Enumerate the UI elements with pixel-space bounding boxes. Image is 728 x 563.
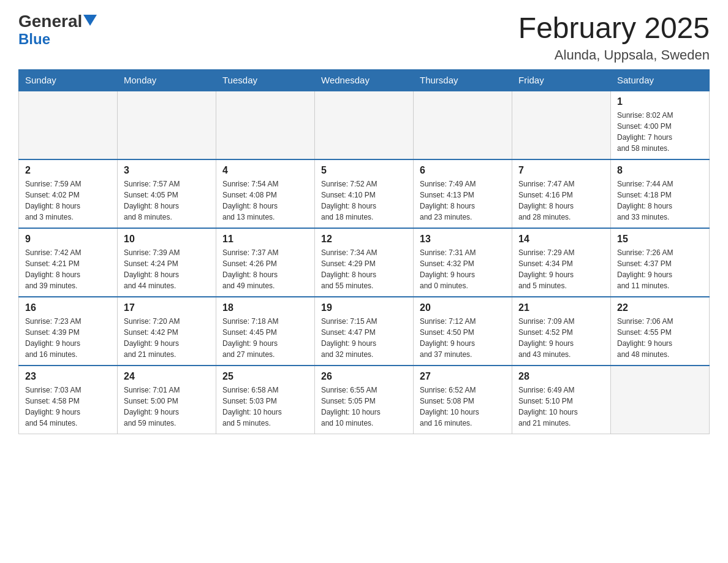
day-info: Sunrise: 7:47 AMSunset: 4:16 PMDaylight:… — [518, 178, 604, 223]
weekday-sunday: Sunday — [19, 69, 118, 91]
day-cell — [118, 91, 216, 159]
day-number: 24 — [124, 371, 210, 382]
day-info: Sunrise: 7:06 AMSunset: 4:55 PMDaylight:… — [617, 316, 703, 360]
day-number: 1 — [617, 96, 703, 107]
day-cell: 15Sunrise: 7:26 AMSunset: 4:37 PMDayligh… — [611, 228, 710, 297]
day-number: 5 — [321, 165, 407, 176]
day-cell: 26Sunrise: 6:55 AMSunset: 5:05 PMDayligh… — [315, 366, 414, 434]
day-number: 28 — [518, 371, 604, 382]
day-info: Sunrise: 7:31 AMSunset: 4:32 PMDaylight:… — [420, 247, 506, 291]
day-number: 20 — [420, 302, 506, 313]
day-cell: 18Sunrise: 7:18 AMSunset: 4:45 PMDayligh… — [216, 297, 315, 366]
day-number: 16 — [25, 302, 111, 313]
day-cell: 27Sunrise: 6:52 AMSunset: 5:08 PMDayligh… — [414, 366, 512, 434]
day-cell — [414, 91, 512, 159]
day-number: 3 — [124, 165, 210, 176]
day-info: Sunrise: 7:12 AMSunset: 4:50 PMDaylight:… — [420, 316, 506, 360]
day-info: Sunrise: 7:59 AMSunset: 4:02 PMDaylight:… — [25, 178, 111, 223]
day-info: Sunrise: 7:18 AMSunset: 4:45 PMDaylight:… — [222, 316, 308, 360]
day-cell: 12Sunrise: 7:34 AMSunset: 4:29 PMDayligh… — [315, 228, 414, 297]
weekday-wednesday: Wednesday — [315, 69, 414, 91]
day-info: Sunrise: 8:02 AMSunset: 4:00 PMDaylight:… — [617, 110, 703, 154]
day-cell: 24Sunrise: 7:01 AMSunset: 5:00 PMDayligh… — [118, 366, 216, 434]
day-number: 17 — [124, 302, 210, 313]
day-info: Sunrise: 7:29 AMSunset: 4:34 PMDaylight:… — [518, 247, 604, 291]
day-number: 2 — [25, 165, 111, 176]
logo-general: General — [18, 12, 82, 31]
day-number: 19 — [321, 302, 407, 313]
page-header: General Blue February 2025 Alunda, Uppsa… — [18, 12, 710, 63]
day-number: 13 — [420, 234, 506, 245]
day-cell: 19Sunrise: 7:15 AMSunset: 4:47 PMDayligh… — [315, 297, 414, 366]
week-row-4: 16Sunrise: 7:23 AMSunset: 4:39 PMDayligh… — [19, 297, 710, 366]
svg-marker-0 — [83, 15, 97, 26]
day-cell: 2Sunrise: 7:59 AMSunset: 4:02 PMDaylight… — [19, 159, 118, 228]
day-info: Sunrise: 6:58 AMSunset: 5:03 PMDaylight:… — [222, 385, 308, 429]
week-row-3: 9Sunrise: 7:42 AMSunset: 4:21 PMDaylight… — [19, 228, 710, 297]
weekday-thursday: Thursday — [414, 69, 512, 91]
day-number: 10 — [124, 234, 210, 245]
month-title: February 2025 — [518, 12, 710, 45]
day-cell: 10Sunrise: 7:39 AMSunset: 4:24 PMDayligh… — [118, 228, 216, 297]
day-info: Sunrise: 6:49 AMSunset: 5:10 PMDaylight:… — [518, 385, 604, 429]
day-cell: 14Sunrise: 7:29 AMSunset: 4:34 PMDayligh… — [512, 228, 611, 297]
day-info: Sunrise: 7:52 AMSunset: 4:10 PMDaylight:… — [321, 178, 407, 223]
day-number: 26 — [321, 371, 407, 382]
day-cell: 4Sunrise: 7:54 AMSunset: 4:08 PMDaylight… — [216, 159, 315, 228]
day-cell: 21Sunrise: 7:09 AMSunset: 4:52 PMDayligh… — [512, 297, 611, 366]
week-row-1: 1Sunrise: 8:02 AMSunset: 4:00 PMDaylight… — [19, 91, 710, 159]
day-number: 22 — [617, 302, 703, 313]
day-cell: 5Sunrise: 7:52 AMSunset: 4:10 PMDaylight… — [315, 159, 414, 228]
weekday-friday: Friday — [512, 69, 611, 91]
day-cell: 16Sunrise: 7:23 AMSunset: 4:39 PMDayligh… — [19, 297, 118, 366]
day-cell: 20Sunrise: 7:12 AMSunset: 4:50 PMDayligh… — [414, 297, 512, 366]
day-number: 6 — [420, 165, 506, 176]
day-info: Sunrise: 7:42 AMSunset: 4:21 PMDaylight:… — [25, 247, 111, 291]
day-cell: 3Sunrise: 7:57 AMSunset: 4:05 PMDaylight… — [118, 159, 216, 228]
day-info: Sunrise: 7:26 AMSunset: 4:37 PMDaylight:… — [617, 247, 703, 291]
day-number: 18 — [222, 302, 308, 313]
weekday-saturday: Saturday — [611, 69, 710, 91]
day-info: Sunrise: 7:01 AMSunset: 5:00 PMDaylight:… — [124, 385, 210, 429]
day-cell — [611, 366, 710, 434]
day-number: 8 — [617, 165, 703, 176]
day-info: Sunrise: 6:52 AMSunset: 5:08 PMDaylight:… — [420, 385, 506, 429]
day-number: 11 — [222, 234, 308, 245]
day-cell: 13Sunrise: 7:31 AMSunset: 4:32 PMDayligh… — [414, 228, 512, 297]
day-cell: 8Sunrise: 7:44 AMSunset: 4:18 PMDaylight… — [611, 159, 710, 228]
day-info: Sunrise: 7:49 AMSunset: 4:13 PMDaylight:… — [420, 178, 506, 223]
day-info: Sunrise: 7:54 AMSunset: 4:08 PMDaylight:… — [222, 178, 308, 223]
day-cell — [315, 91, 414, 159]
day-info: Sunrise: 7:39 AMSunset: 4:24 PMDaylight:… — [124, 247, 210, 291]
day-cell — [512, 91, 611, 159]
day-number: 23 — [25, 371, 111, 382]
week-row-2: 2Sunrise: 7:59 AMSunset: 4:02 PMDaylight… — [19, 159, 710, 228]
weekday-monday: Monday — [118, 69, 216, 91]
day-info: Sunrise: 7:20 AMSunset: 4:42 PMDaylight:… — [124, 316, 210, 360]
day-number: 27 — [420, 371, 506, 382]
weekday-header-row: SundayMondayTuesdayWednesdayThursdayFrid… — [19, 69, 710, 91]
day-number: 12 — [321, 234, 407, 245]
day-cell: 22Sunrise: 7:06 AMSunset: 4:55 PMDayligh… — [611, 297, 710, 366]
day-info: Sunrise: 7:57 AMSunset: 4:05 PMDaylight:… — [124, 178, 210, 223]
day-info: Sunrise: 7:15 AMSunset: 4:47 PMDaylight:… — [321, 316, 407, 360]
day-number: 15 — [617, 234, 703, 245]
weekday-tuesday: Tuesday — [216, 69, 315, 91]
day-cell: 25Sunrise: 6:58 AMSunset: 5:03 PMDayligh… — [216, 366, 315, 434]
day-cell: 11Sunrise: 7:37 AMSunset: 4:26 PMDayligh… — [216, 228, 315, 297]
day-number: 21 — [518, 302, 604, 313]
day-info: Sunrise: 6:55 AMSunset: 5:05 PMDaylight:… — [321, 385, 407, 429]
title-block: February 2025 Alunda, Uppsala, Sweden — [518, 12, 710, 63]
day-cell: 7Sunrise: 7:47 AMSunset: 4:16 PMDaylight… — [512, 159, 611, 228]
day-cell: 23Sunrise: 7:03 AMSunset: 4:58 PMDayligh… — [19, 366, 118, 434]
day-info: Sunrise: 7:03 AMSunset: 4:58 PMDaylight:… — [25, 385, 111, 429]
day-number: 7 — [518, 165, 604, 176]
calendar-table: SundayMondayTuesdayWednesdayThursdayFrid… — [18, 69, 710, 434]
day-number: 14 — [518, 234, 604, 245]
location: Alunda, Uppsala, Sweden — [518, 47, 710, 63]
day-cell — [19, 91, 118, 159]
day-cell: 9Sunrise: 7:42 AMSunset: 4:21 PMDaylight… — [19, 228, 118, 297]
logo-triangle-icon — [83, 15, 97, 26]
day-number: 25 — [222, 371, 308, 382]
day-number: 4 — [222, 165, 308, 176]
